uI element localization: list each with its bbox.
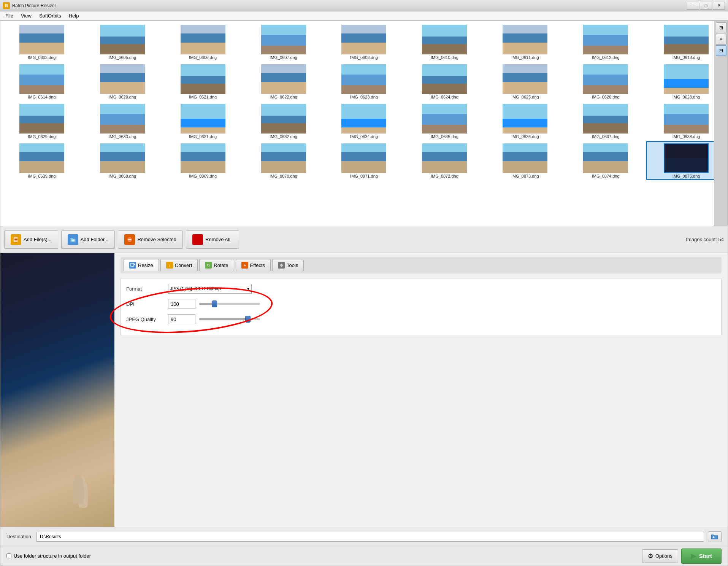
- options-button[interactable]: ⚙ Options: [642, 549, 678, 563]
- remove-all-svg: [194, 236, 201, 243]
- title-bar-title: Batch Picture Resizer: [12, 3, 56, 8]
- add-files-button[interactable]: Add File(s)...: [4, 231, 58, 249]
- list-item[interactable]: IMG_0870.dng: [244, 141, 324, 180]
- view-large-icon-button[interactable]: ⊞: [716, 22, 726, 33]
- tab-tools[interactable]: ⚙ Tools: [272, 259, 304, 271]
- thumbnail: [422, 104, 467, 134]
- close-button[interactable]: ✕: [713, 2, 725, 10]
- start-label: Start: [699, 553, 712, 559]
- destination-path-input[interactable]: [36, 532, 704, 542]
- remove-selected-svg: [126, 236, 133, 243]
- list-item[interactable]: IMG_0622.dng: [244, 62, 324, 101]
- view-controls: ⊞ ≡ ⊟: [714, 21, 728, 226]
- list-item[interactable]: IMG_0611.dng: [485, 22, 565, 61]
- list-item[interactable]: IMG_0872.dng: [404, 141, 484, 180]
- list-item[interactable]: IMG_0637.dng: [566, 102, 646, 140]
- maximize-button[interactable]: □: [700, 2, 712, 10]
- remove-selected-label: Remove Selected: [137, 237, 176, 242]
- view-grid-button[interactable]: ⊟: [716, 45, 726, 56]
- image-grid-container[interactable]: IMG_0603.dng IMG_0605.dng IMG_0606.dng I…: [0, 21, 728, 226]
- convert-tab-icon: ↕: [166, 262, 173, 269]
- thumbnail: [503, 143, 547, 173]
- list-item[interactable]: IMG_0632.dng: [244, 102, 324, 140]
- list-item[interactable]: IMG_0605.dng: [82, 22, 162, 61]
- thumbnail: [341, 64, 386, 94]
- list-item[interactable]: IMG_0612.dng: [566, 22, 646, 61]
- action-bar: Use folder structure in output folder ⚙ …: [0, 546, 728, 566]
- list-item[interactable]: IMG_0614.dng: [2, 62, 82, 101]
- thumbnail: [19, 64, 64, 94]
- list-item[interactable]: IMG_0603.dng: [2, 22, 82, 61]
- thumbnail: [100, 104, 145, 134]
- settings-form: Format JPG (*.jpg) JPEG Bitmap ▼ DPI: [121, 278, 722, 335]
- list-item[interactable]: IMG_0629.dng: [2, 102, 82, 140]
- list-item[interactable]: IMG_0624.dng: [404, 62, 484, 101]
- format-select[interactable]: JPG (*.jpg) JPEG Bitmap: [168, 284, 252, 294]
- list-item[interactable]: IMG_0636.dng: [485, 102, 565, 140]
- menu-softorbits[interactable]: SoftOrbits: [35, 12, 65, 19]
- thumbnail: [503, 64, 547, 94]
- list-item[interactable]: IMG_0621.dng: [163, 62, 243, 101]
- add-folder-button[interactable]: Add Folder...: [61, 231, 115, 249]
- menu-help[interactable]: Help: [65, 12, 83, 19]
- minimize-button[interactable]: ─: [687, 2, 699, 10]
- folder-structure-checkbox[interactable]: [6, 553, 11, 558]
- tab-convert[interactable]: ↕ Convert: [160, 259, 198, 271]
- list-item[interactable]: IMG_0871.dng: [324, 141, 404, 180]
- destination-label: Destination: [6, 534, 31, 539]
- toolbar: Add File(s)... Add Folder... Remove Sele…: [0, 226, 728, 253]
- image-filename: IMG_0631.dng: [181, 134, 225, 139]
- menu-bar: File View SoftOrbits Help: [0, 11, 728, 21]
- menu-file[interactable]: File: [2, 12, 17, 19]
- list-item[interactable]: IMG_0620.dng: [82, 62, 162, 101]
- destination-browse-button[interactable]: [708, 531, 722, 542]
- menu-view[interactable]: View: [17, 12, 35, 19]
- list-item[interactable]: IMG_0610.dng: [404, 22, 484, 61]
- dpi-input[interactable]: [168, 299, 195, 309]
- list-item[interactable]: IMG_0874.dng: [566, 141, 646, 180]
- list-item[interactable]: IMG_0623.dng: [324, 62, 404, 101]
- list-item[interactable]: IMG_0635.dng: [404, 102, 484, 140]
- list-item[interactable]: IMG_0639.dng: [2, 141, 82, 180]
- image-filename: IMG_0632.dng: [261, 134, 306, 139]
- jpeg-quality-input[interactable]: [168, 314, 195, 324]
- svg-rect-9: [131, 263, 134, 266]
- effects-tab-icon: ✦: [241, 262, 248, 269]
- list-item[interactable]: IMG_0634.dng: [324, 102, 404, 140]
- tab-resize[interactable]: Resize: [124, 259, 159, 271]
- gear-icon: ⚙: [648, 552, 653, 560]
- thumbnail: [583, 104, 628, 134]
- window-controls[interactable]: ─ □ ✕: [687, 2, 725, 10]
- list-item[interactable]: IMG_0606.dng: [163, 22, 243, 61]
- list-item[interactable]: IMG_0631.dng: [163, 102, 243, 140]
- remove-selected-button[interactable]: Remove Selected: [118, 231, 183, 249]
- jpeg-slider-track[interactable]: [199, 318, 260, 320]
- thumbnail: [583, 25, 628, 54]
- jpeg-quality-row: JPEG Quality: [126, 314, 716, 324]
- thumbnail: [422, 64, 467, 94]
- view-list-button[interactable]: ≡: [716, 34, 726, 45]
- thumbnail: [19, 104, 64, 134]
- dpi-slider-thumb[interactable]: [212, 300, 217, 307]
- list-item[interactable]: IMG_0869.dng: [163, 141, 243, 180]
- image-filename: IMG_0871.dng: [341, 174, 386, 178]
- jpeg-slider-thumb[interactable]: [245, 316, 251, 323]
- list-item[interactable]: IMG_0868.dng: [82, 141, 162, 180]
- start-button[interactable]: ▶ Start: [681, 549, 722, 564]
- image-filename: IMG_0605.dng: [100, 55, 145, 60]
- list-item[interactable]: IMG_0625.dng: [485, 62, 565, 101]
- resize-icon-svg: [130, 263, 135, 267]
- file-add-svg: [13, 236, 19, 243]
- folder-structure-row: Use folder structure in output folder: [6, 553, 91, 559]
- remove-all-button[interactable]: Remove All: [186, 231, 239, 249]
- dpi-slider-track[interactable]: [199, 303, 260, 305]
- image-filename: IMG_0630.dng: [100, 134, 145, 139]
- tab-rotate[interactable]: ↻ Rotate: [199, 259, 234, 271]
- list-item[interactable]: IMG_0873.dng: [485, 141, 565, 180]
- list-item[interactable]: IMG_0608.dng: [324, 22, 404, 61]
- tab-effects[interactable]: ✦ Effects: [236, 259, 271, 271]
- list-item[interactable]: IMG_0607.dng: [244, 22, 324, 61]
- tools-tab-label: Tools: [287, 262, 298, 268]
- list-item[interactable]: IMG_0626.dng: [566, 62, 646, 101]
- list-item[interactable]: IMG_0630.dng: [82, 102, 162, 140]
